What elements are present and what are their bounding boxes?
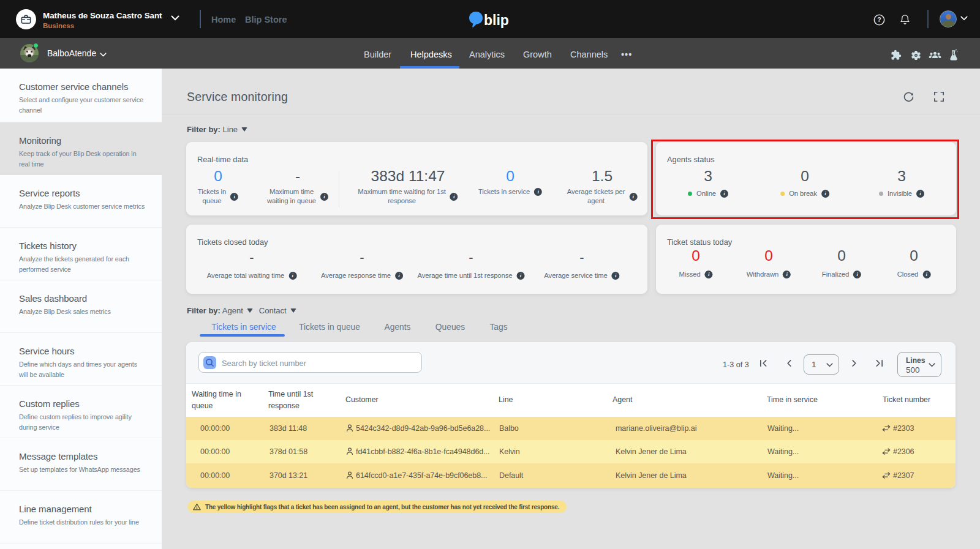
svg-text:blip: blip: [484, 12, 509, 28]
svg-text:?: ?: [877, 17, 881, 23]
